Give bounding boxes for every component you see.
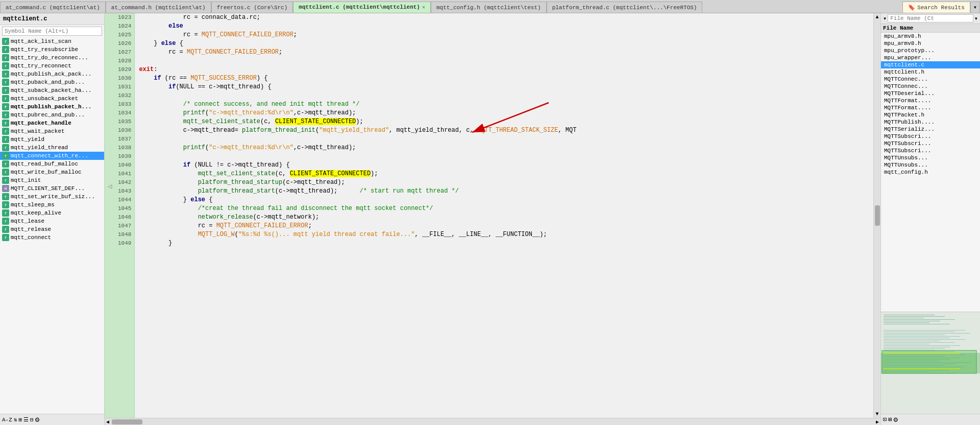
list-item[interactable]: MMQTT_CLIENT_SET_DEF... (0, 184, 104, 193)
svg-rect-5 (884, 319, 955, 320)
symbol-icon: f (2, 62, 9, 69)
code-line: /*creat the thread fail and disconnect t… (139, 204, 869, 213)
tab-label: at_command.h (mqttclient\at) (111, 5, 206, 11)
minimap-settings-icon[interactable]: ⊡ (883, 416, 887, 423)
list-item[interactable]: MQTTPacket.h (881, 111, 980, 119)
tab-close-icon[interactable]: ✕ (422, 4, 425, 10)
list-item[interactable]: fmqtt_unsuback_packet (0, 95, 104, 103)
symbol-icon: f (2, 54, 9, 61)
code-line (139, 135, 869, 144)
list-item[interactable]: fmqtt_init (0, 176, 104, 184)
chevron-down-icon[interactable]: ▾ (883, 15, 887, 22)
list-item[interactable]: MQTTFormat.... (881, 104, 980, 111)
split-view-icon[interactable]: ⊟ (30, 416, 34, 423)
list-item[interactable]: mpu_armv8.h (881, 40, 980, 47)
tab-dropdown-button[interactable]: ▾ (970, 2, 980, 13)
tab-mqttclient-c[interactable]: mqttclient.c (mqttclient\mqttclient) ✕ (293, 2, 431, 13)
list-item[interactable]: MQTTPublish.... (881, 119, 980, 126)
code-line: rc = MQTT_CONNECT_FAILED_ERROR; (139, 222, 869, 230)
horizontal-scrollbar[interactable]: ◀ ▶ (105, 418, 880, 425)
list-item[interactable]: fmqtt_try_do_reconnec... (0, 54, 104, 62)
tab-at-command-c[interactable]: at_command.c (mqttclient\at) (0, 2, 106, 13)
sort-az-button[interactable]: A-Z (2, 417, 12, 423)
scroll-thumb[interactable] (875, 205, 880, 226)
code-line: printf("c->mqtt_thread:%d\r\n",c->mqtt_t… (139, 144, 869, 152)
list-item[interactable]: fmqtt_publish_ack_pack... (0, 70, 104, 78)
list-item[interactable]: fmqtt_set_write_buf_siz... (0, 193, 104, 201)
list-item[interactable]: fmqtt_write_buf_malloc (0, 168, 104, 176)
list-item[interactable]: MQTTConnec... (881, 76, 980, 83)
list-item[interactable]: MQTTUnsubs... (881, 161, 980, 169)
list-item[interactable]: MQTTSerializ... (881, 126, 980, 133)
symbol-icon: f (2, 177, 9, 184)
scroll-right-arrow[interactable]: ▶ (874, 419, 880, 425)
list-item[interactable]: mqtt_config.h (881, 169, 980, 176)
list-item[interactable]: fmqtt_ack_list_scan (0, 37, 104, 45)
list-item[interactable]: MQTTUnsubs... (881, 154, 980, 161)
symbol-icon: f (2, 95, 9, 102)
settings-icon2[interactable]: ⚙ (893, 415, 897, 424)
file-filter-input[interactable] (888, 14, 973, 22)
tab-search-results[interactable]: 🔖 Search Results (902, 2, 970, 13)
list-item[interactable]: MQTTDeserial... (881, 90, 980, 97)
svg-rect-16 (884, 338, 950, 338)
tab-at-command-h[interactable]: at_command.h (mqttclient\at) (106, 2, 211, 13)
tab-label: freertos.c (Core\Src) (217, 5, 288, 11)
code-line-highlighted2: mqtt_set_client_state(c, CLIENT_STATE_CO… (139, 170, 869, 178)
list-item[interactable]: mpu_wrapper... (881, 54, 980, 61)
scroll-up-arrow[interactable]: ▲ (874, 13, 879, 21)
list-item[interactable]: fmqtt_yield_thread (0, 144, 104, 152)
grid-view-icon[interactable]: ⊞ (18, 416, 22, 423)
code-line: MQTT_LOG_W("%s:%d %s()... mqtt yield thr… (139, 230, 869, 239)
list-item[interactable]: MQTTSubscri... (881, 140, 980, 147)
list-view-icon[interactable]: ☰ (23, 416, 29, 423)
sidebar-title: mqttclient.c (0, 13, 104, 25)
vertical-scrollbar[interactable]: ▲ ▼ (873, 13, 880, 418)
list-item[interactable]: fmqtt_try_reconnect (0, 62, 104, 70)
settings-icon[interactable]: ⚙ (35, 415, 39, 424)
sort-icon[interactable]: ⇅ (14, 416, 17, 423)
tab-freertos-c[interactable]: freertos.c (Core\Src) (211, 2, 293, 13)
list-item[interactable]: fmqtt_lease (0, 217, 104, 225)
symbol-search-input[interactable] (2, 27, 102, 36)
dropdown-icon[interactable]: ▾ (974, 15, 978, 22)
list-item[interactable]: fmqtt_suback_packet_ha... (0, 86, 104, 95)
list-item[interactable]: mpu_prototyp... (881, 47, 980, 54)
list-item[interactable]: fmqtt_read_buf_malloc (0, 160, 104, 168)
svg-rect-3 (884, 316, 945, 317)
list-item[interactable]: fmqtt_wait_packet (0, 127, 104, 135)
list-item[interactable]: MQTTConnec... (881, 83, 980, 90)
list-item[interactable]: MQTTFormat.... (881, 97, 980, 104)
list-item-mqttclient-c[interactable]: mqttclient.c (881, 61, 980, 68)
symbol-icon: f (2, 128, 9, 135)
panel-icon2[interactable]: ⊞ (888, 416, 892, 423)
tab-mqtt-config-h[interactable]: mqtt_config.h (mqttclient\test) (431, 2, 547, 13)
list-item[interactable]: MQTTSubscri... (881, 133, 980, 140)
tab-label: mqttclient.c (mqttclient\mqttclient) (299, 4, 420, 10)
symbol-icon: f (2, 120, 9, 127)
code-line: rc = MQTT_CONNECT_FAILED_ERROR; (139, 31, 869, 39)
list-item[interactable]: fmqtt_sleep_ms (0, 201, 104, 209)
list-item[interactable]: fmqtt_publish_packet_h... (0, 103, 104, 111)
list-item-active[interactable]: fmqtt_connect_with_re... (0, 152, 104, 160)
code-scroll[interactable]: 1023102410251026 1027102810291030 103110… (115, 13, 873, 418)
symbol-icon: f (2, 226, 9, 233)
scroll-down-arrow[interactable]: ▼ (874, 410, 879, 418)
list-item[interactable]: fmqtt_keep_alive (0, 209, 104, 217)
code-area: ◁ 1023102410251026 1027102810291030 1031… (105, 13, 880, 418)
list-item[interactable]: MQTTSubscri... (881, 147, 980, 154)
list-item[interactable]: fmqtt_yield (0, 135, 104, 144)
right-panel: ▾ ▾ File Name mpu_armv8.h mpu_armv8.h mp… (880, 13, 980, 425)
h-scroll-thumb[interactable] (112, 419, 142, 424)
tab-platform-thread-c[interactable]: platform_thread.c (mqttclient\...\FreeRT… (547, 2, 703, 13)
list-item[interactable]: fmqtt_pubrec_and_pub... (0, 111, 104, 119)
list-item[interactable]: fmqtt_release (0, 225, 104, 233)
list-item[interactable]: fmqtt_puback_and_pub... (0, 78, 104, 86)
list-item[interactable]: mpu_armv8.h (881, 33, 980, 40)
scroll-left-arrow[interactable]: ◀ (105, 419, 111, 425)
symbol-icon: f (2, 70, 9, 78)
list-item[interactable]: mqttclient.h (881, 68, 980, 76)
list-item[interactable]: fmqtt_connect (0, 233, 104, 242)
list-item[interactable]: fmqtt_packet_handle (0, 119, 104, 127)
list-item[interactable]: fmqtt_try_resubscribe (0, 45, 104, 54)
